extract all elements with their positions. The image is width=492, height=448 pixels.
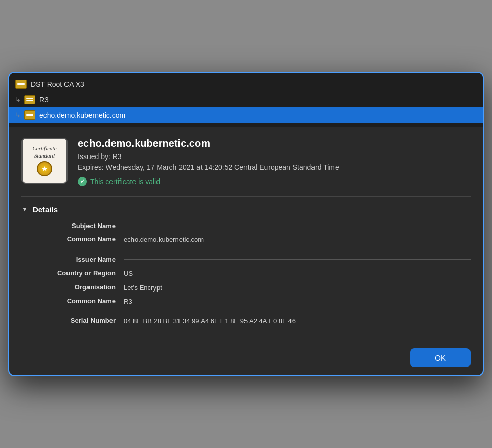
issuer-name-label: Issuer Name bbox=[21, 256, 124, 263]
spacer-1 bbox=[21, 249, 471, 254]
ok-button[interactable]: OK bbox=[410, 348, 471, 367]
chain-item-label-dst: DST Root CA X3 bbox=[31, 80, 84, 88]
certificate-details-panel: Certificate Standard echo.demo.kuberneti… bbox=[9, 127, 483, 340]
chain-item-r3[interactable]: ↳ R3 bbox=[9, 92, 483, 107]
spacer-2 bbox=[21, 311, 471, 316]
cert-issued-by: Issued by: R3 bbox=[78, 152, 339, 161]
organisation-row: Organisation Let's Encrypt bbox=[21, 283, 471, 293]
indent-arrow-r3: ↳ bbox=[15, 96, 21, 103]
country-value: US bbox=[124, 268, 471, 279]
details-label: Details bbox=[33, 205, 58, 214]
certificate-chain: DST Root CA X3 ↳ R3 ↳ echo.demo.kubernet… bbox=[9, 73, 483, 127]
issuer-name-divider bbox=[124, 259, 471, 260]
cert-seal-icon bbox=[37, 161, 52, 176]
subject-name-header-row: Subject Name bbox=[21, 222, 471, 230]
indent-arrow-echo: ↳ bbox=[15, 111, 21, 119]
details-section: ▼ Details Subject Name Common Name echo.… bbox=[21, 196, 471, 326]
serial-number-label: Serial Number bbox=[21, 316, 124, 324]
chain-item-dst-root[interactable]: DST Root CA X3 bbox=[9, 77, 483, 92]
issuer-common-name-label: Common Name bbox=[21, 297, 124, 305]
certificate-dialog: DST Root CA X3 ↳ R3 ↳ echo.demo.kubernet… bbox=[8, 72, 484, 376]
cert-expires: Expires: Wednesday, 17 March 2021 at 14:… bbox=[78, 163, 339, 173]
organisation-label: Organisation bbox=[21, 283, 124, 291]
cert-icon-r3 bbox=[24, 95, 35, 104]
cert-title: echo.demo.kubernetic.com bbox=[78, 138, 339, 149]
organisation-value: Let's Encrypt bbox=[124, 283, 471, 293]
country-row: Country or Region US bbox=[21, 268, 471, 279]
certificate-large-icon: Certificate Standard bbox=[21, 138, 68, 184]
cert-valid-status: This certificate is valid bbox=[78, 177, 339, 186]
valid-text: This certificate is valid bbox=[90, 177, 160, 186]
triangle-icon: ▼ bbox=[21, 206, 28, 213]
cert-header: Certificate Standard echo.demo.kuberneti… bbox=[21, 138, 471, 186]
issuer-common-name-row: Common Name R3 bbox=[21, 297, 471, 307]
chain-item-label-echo: echo.demo.kubernetic.com bbox=[39, 111, 125, 119]
cert-icon-echo bbox=[24, 110, 35, 120]
cert-icon-title: Certificate Standard bbox=[32, 145, 56, 160]
valid-checkmark-icon bbox=[78, 177, 87, 186]
subject-name-label: Subject Name bbox=[21, 222, 124, 230]
chain-item-echo[interactable]: ↳ echo.demo.kubernetic.com bbox=[9, 107, 483, 123]
cert-icon-dst bbox=[15, 80, 27, 89]
details-toggle[interactable]: ▼ Details bbox=[21, 205, 471, 214]
subject-common-name-value: echo.demo.kubernetic.com bbox=[124, 235, 471, 245]
issuer-name-header-row: Issuer Name bbox=[21, 256, 471, 263]
cert-info: echo.demo.kubernetic.com Issued by: R3 E… bbox=[78, 138, 339, 186]
subject-common-name-row: Common Name echo.demo.kubernetic.com bbox=[21, 235, 471, 245]
chain-item-label-r3: R3 bbox=[39, 96, 49, 104]
serial-number-value: 04 8E BB 28 BF 31 34 99 A4 6F E1 8E 95 A… bbox=[124, 316, 471, 326]
serial-number-row: Serial Number 04 8E BB 28 BF 31 34 99 A4… bbox=[21, 316, 471, 326]
issuer-common-name-value: R3 bbox=[124, 297, 471, 307]
country-label: Country or Region bbox=[21, 268, 124, 277]
subject-common-name-label: Common Name bbox=[21, 235, 124, 243]
subject-name-divider bbox=[124, 226, 471, 226]
dialog-footer: OK bbox=[9, 340, 483, 375]
